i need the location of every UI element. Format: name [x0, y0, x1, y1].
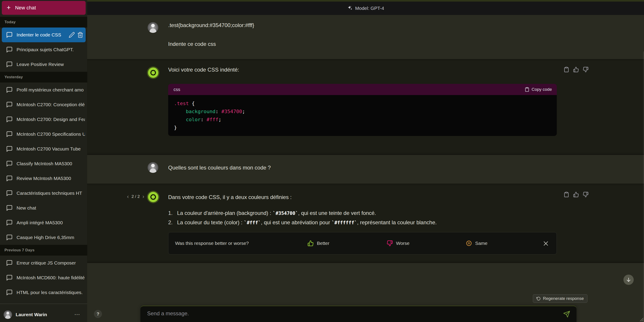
chat-bubble-icon [6, 61, 13, 68]
model-label: Model: GPT-4 [355, 6, 384, 11]
send-icon[interactable] [563, 310, 570, 318]
sidebar-section-header: Previous 7 Days [0, 245, 87, 256]
assistant-numbered-list: 1.La couleur d'arrière-plan (background)… [168, 210, 437, 229]
copy-icon[interactable] [564, 192, 569, 198]
message-input[interactable] [147, 310, 554, 317]
user-message-1: .test{background:#354700;color:#fff} Ind… [87, 15, 644, 59]
main-area: Model: GPT-4 .test{background:#354700;co… [87, 0, 644, 322]
sidebar-item-label: Profil mystérieux cherchant amo [16, 87, 85, 92]
scroll-to-bottom-button[interactable] [624, 274, 634, 285]
sidebar-item[interactable]: New chat [0, 200, 87, 215]
previous-response-icon[interactable]: ‹ [126, 194, 129, 199]
code-token: #354700 [222, 109, 242, 114]
account-avatar [4, 310, 12, 319]
sidebar-item[interactable]: Principaux sujets ChatGPT. [0, 42, 87, 57]
feedback-same-button[interactable]: Same [466, 232, 488, 254]
account-options-icon[interactable]: ⋯ [74, 311, 80, 318]
text-run: La couleur d'arrière-plan (background) : [177, 210, 272, 216]
help-button[interactable]: ? [94, 310, 102, 318]
sidebar-item[interactable]: Ampli intégré MA5300 [0, 215, 87, 230]
code-block-body: .test { background: #354700; color: #fff… [168, 95, 557, 136]
assistant-message-1: Voici votre code CSS indénté: css Copy c… [87, 59, 644, 155]
assistant-message-1-text: Voici votre code CSS indénté: [168, 67, 239, 73]
copy-code-label: Copy code [532, 87, 552, 92]
code-line: } [174, 124, 551, 132]
chat-history-list: TodayIndenter le code CSSPrincipaux suje… [0, 17, 87, 300]
code-token: } [174, 125, 177, 130]
sidebar-item-label: New chat [16, 205, 85, 211]
sidebar-item-label: Leave Positive Review [16, 62, 85, 67]
code-token: background [186, 109, 215, 114]
sidebar-item-label: McIntosh C2700 Vacuum Tube [16, 146, 85, 152]
sidebar-item[interactable]: McIntosh C2700 Specifications U [0, 127, 87, 142]
next-response-icon[interactable]: › [142, 194, 145, 199]
sidebar-item[interactable]: Casque High Drive 6,35mm [0, 230, 87, 245]
sidebar-item[interactable]: Leave Positive Review [0, 57, 87, 72]
chat-bubble-icon [6, 160, 13, 167]
code-token: : [215, 109, 222, 114]
assistant-avatar [148, 192, 158, 202]
feedback-better-button[interactable]: Better [308, 232, 330, 254]
sidebar-item[interactable]: McIntosh C2700 Vacuum Tube [0, 142, 87, 156]
code-language-label: css [174, 87, 524, 92]
list-item-text: La couleur d'arrière-plan (background) :… [177, 210, 376, 216]
openai-logo-icon [150, 69, 157, 76]
thumbs-up-icon[interactable] [573, 67, 579, 72]
sidebar-section-header: Today [0, 17, 87, 28]
copy-code-button[interactable]: Copy code [524, 87, 552, 92]
scrollbar[interactable] [643, 52, 644, 322]
code-line: color: #fff; [174, 116, 551, 124]
account-menu[interactable]: Laurent Warin ⋯ [0, 304, 87, 322]
new-chat-button[interactable]: + New chat [2, 1, 86, 15]
sidebar-item-label: HTML pour les caractéristiques. [16, 290, 85, 295]
sidebar-item[interactable]: HTML pour les caractéristiques. [0, 285, 87, 300]
account-name: Laurent Warin [16, 312, 74, 317]
copy-icon[interactable] [564, 67, 569, 72]
thumbs-up-icon [308, 240, 314, 246]
feedback-better-label: Better [317, 240, 330, 246]
sidebar-item-label: McIntosh MCD600: haute fidélité [16, 275, 85, 280]
feedback-worse-button[interactable]: Worse [386, 232, 410, 254]
thumbs-down-icon[interactable] [583, 192, 588, 198]
regenerate-response-button[interactable]: Regenerate response [533, 294, 588, 303]
code-line: background: #354700; [174, 108, 551, 116]
sidebar-item[interactable]: Erreur critique JS Composer [0, 256, 87, 270]
code-token: { [189, 100, 195, 106]
chat-bubble-icon [6, 175, 13, 182]
inline-code: `#fff` [244, 220, 261, 226]
chat-bubble-icon [6, 32, 13, 38]
sidebar-item[interactable]: Indenter le code CSS [2, 28, 86, 42]
thumbs-up-icon[interactable] [573, 192, 579, 198]
sidebar-item[interactable]: Classify McIntosh MA5300 [0, 156, 87, 171]
regenerate-icon [536, 296, 541, 301]
arrow-down-icon [626, 277, 631, 282]
feedback-bar: Was this response better or worse? Bette… [168, 232, 557, 254]
sidebar-item[interactable]: Profil mystérieux cherchant amo [0, 82, 87, 97]
feedback-question: Was this response better or worse? [175, 240, 249, 246]
sidebar-item[interactable]: McIntosh MCD600: haute fidélité [0, 270, 87, 285]
response-page-count: 2 / 2 [132, 194, 140, 199]
chat-bubble-icon [6, 146, 13, 152]
response-pager: ‹ 2 / 2 › [126, 194, 145, 199]
code-content: .test { background: #354700; color: #fff… [168, 95, 557, 136]
sidebar-item-label: McIntosh C2700 Specifications U [16, 132, 85, 137]
feedback-worse-label: Worse [396, 240, 410, 246]
sidebar-item[interactable]: McIntosh C2700: Conception élé [0, 97, 87, 112]
edit-chat-icon[interactable] [69, 32, 75, 38]
feedback-close-icon[interactable] [543, 240, 549, 247]
thumbs-down-icon[interactable] [583, 67, 588, 72]
help-label: ? [96, 312, 99, 317]
resize-handle-icon[interactable] [638, 316, 644, 322]
sidebar-item-label: Classify McIntosh MA5300 [16, 161, 85, 166]
code-token [174, 117, 186, 122]
assistant-message-2: ‹ 2 / 2 › Dans votre code CSS, il y a de… [87, 184, 644, 263]
code-block: css Copy code .test { background: #35470… [168, 84, 557, 136]
sidebar-item[interactable]: Caractéristiques techniques HT [0, 186, 87, 200]
delete-chat-icon[interactable] [77, 32, 84, 38]
sidebar-item[interactable]: McIntosh C2700: Design and Fea [0, 112, 87, 127]
sidebar-item[interactable]: Review McIntosh MA5300 [0, 171, 87, 186]
text-run: , représentant la couleur blanche. [357, 219, 437, 226]
sidebar-item-label: McIntosh C2700: Design and Fea [16, 117, 85, 122]
code-token: color [186, 117, 200, 122]
new-chat-wrap: + New chat [0, 0, 87, 17]
